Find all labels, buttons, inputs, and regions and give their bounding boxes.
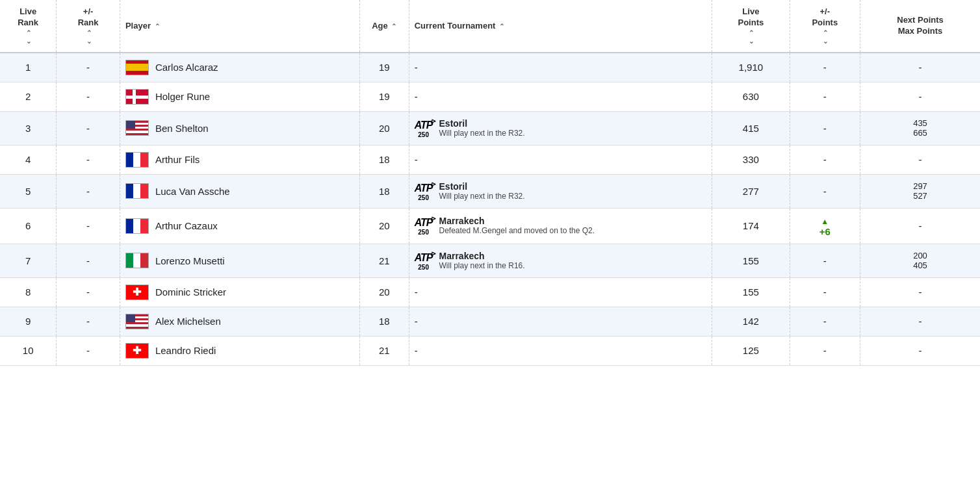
cell-tournament: - xyxy=(409,82,712,111)
cell-live-points: 125 xyxy=(712,336,790,365)
cell-tournament: - xyxy=(409,307,712,336)
cell-plus-points: - xyxy=(790,336,860,365)
player-name: Lorenzo Musetti xyxy=(155,255,225,266)
cell-plus-points: - xyxy=(790,145,860,174)
cell-live-rank: 7 xyxy=(0,244,57,277)
cell-tournament: ATP⊳250MarrakechWill play next in the R1… xyxy=(409,244,712,277)
cell-live-rank: 1 xyxy=(0,53,57,82)
player-name: Arthur Cazaux xyxy=(155,220,218,231)
cell-live-points: 630 xyxy=(712,82,790,111)
player-name: Dominic Stricker xyxy=(155,286,226,298)
player-name: Ben Shelton xyxy=(155,123,209,134)
max-points-value: 405 xyxy=(913,260,927,270)
tournament-name: Estoril xyxy=(439,181,525,192)
cell-next-points: 297527 xyxy=(860,174,980,208)
header-age[interactable]: Age ⌃ xyxy=(359,0,409,53)
cell-live-points: 277 xyxy=(712,174,790,208)
next-points-value: 435 xyxy=(913,118,927,128)
atp-logo: ATP⊳250 xyxy=(415,120,433,138)
cell-live-points: 174 xyxy=(712,208,790,244)
sort-arrow-age: ⌃ xyxy=(391,23,396,30)
cell-live-rank: 3 xyxy=(0,111,57,145)
tournament-desc: Will play next in the R16. xyxy=(439,261,525,270)
player-name: Luca Van Assche xyxy=(155,186,230,197)
cell-player: Holger Rune xyxy=(120,82,359,111)
flag-icon xyxy=(125,183,149,199)
flag-icon xyxy=(125,314,149,329)
cell-live-points: 415 xyxy=(712,111,790,145)
cell-live-points: 155 xyxy=(712,244,790,277)
flag-icon xyxy=(125,218,149,234)
cell-next-points: - xyxy=(860,53,980,82)
header-live-rank[interactable]: Live Rank ⌃⌄ xyxy=(0,0,57,53)
rankings-table: Live Rank ⌃⌄ +/- Rank ⌃⌄ Player ⌃ Age ⌃ xyxy=(0,0,980,366)
header-player[interactable]: Player ⌃ xyxy=(120,0,359,53)
cell-live-rank: 8 xyxy=(0,277,57,307)
cell-tournament: - xyxy=(409,277,712,307)
cell-plus-rank: - xyxy=(57,111,120,145)
cell-next-points: - xyxy=(860,277,980,307)
flag-icon xyxy=(125,60,149,75)
sort-arrow-tournament: ⌃ xyxy=(499,23,504,30)
table-row: 5-Luca Van Assche18ATP⊳250EstorilWill pl… xyxy=(0,174,980,208)
plus-points-value: +6 xyxy=(819,226,831,237)
sort-arrow-live-rank: ⌃⌄ xyxy=(26,29,31,45)
header-tournament[interactable]: Current Tournament ⌃ xyxy=(409,0,712,53)
cell-player: Alex Michelsen xyxy=(120,307,359,336)
cell-player: Lorenzo Musetti xyxy=(120,244,359,277)
cell-age: 20 xyxy=(359,277,409,307)
table-header-row: Live Rank ⌃⌄ +/- Rank ⌃⌄ Player ⌃ Age ⌃ xyxy=(0,0,980,53)
cell-player: Arthur Cazaux xyxy=(120,208,359,244)
sort-arrow-plus-rank: ⌃⌄ xyxy=(86,29,92,45)
cell-tournament: - xyxy=(409,145,712,174)
cell-live-points: 1,910 xyxy=(712,53,790,82)
cell-next-points: 200405 xyxy=(860,244,980,277)
cell-plus-points: - xyxy=(790,307,860,336)
atp-logo: ATP⊳250 xyxy=(415,183,433,201)
cell-next-points: - xyxy=(860,336,980,365)
header-live-points[interactable]: Live Points ⌃⌄ xyxy=(712,0,790,53)
cell-live-rank: 9 xyxy=(0,307,57,336)
flag-icon xyxy=(125,152,149,168)
max-points-value: 665 xyxy=(913,128,927,138)
cell-player: Arthur Fils xyxy=(120,145,359,174)
cell-age: 20 xyxy=(359,208,409,244)
cell-plus-rank: - xyxy=(57,53,120,82)
header-next-points: Next Points Max Points xyxy=(860,0,980,53)
cell-plus-points: ▲+6 xyxy=(790,208,860,244)
sort-arrow-player: ⌃ xyxy=(155,23,160,30)
cell-next-points: - xyxy=(860,307,980,336)
cell-tournament: ATP⊳250EstorilWill play next in the R32. xyxy=(409,111,712,145)
header-plus-points[interactable]: +/- Points ⌃⌄ xyxy=(790,0,860,53)
cell-age: 18 xyxy=(359,145,409,174)
tournament-desc: Will play next in the R32. xyxy=(439,192,525,201)
cell-next-points: - xyxy=(860,208,980,244)
table-row: 9-Alex Michelsen18-142-- xyxy=(0,307,980,336)
cell-tournament: - xyxy=(409,336,712,365)
table-row: 10-Leandro Riedi21-125-- xyxy=(0,336,980,365)
cell-live-points: 330 xyxy=(712,145,790,174)
cell-age: 20 xyxy=(359,111,409,145)
cell-age: 19 xyxy=(359,82,409,111)
cell-live-rank: 2 xyxy=(0,82,57,111)
cell-player: Ben Shelton xyxy=(120,111,359,145)
cell-plus-rank: - xyxy=(57,244,120,277)
cell-player: Carlos Alcaraz xyxy=(120,53,359,82)
cell-plus-rank: - xyxy=(57,307,120,336)
cell-plus-rank: - xyxy=(57,145,120,174)
cell-plus-points: - xyxy=(790,53,860,82)
table-row: 2-Holger Rune19-630-- xyxy=(0,82,980,111)
table-row: 6-Arthur Cazaux20ATP⊳250MarrakechDefeate… xyxy=(0,208,980,244)
next-points-value: 200 xyxy=(913,251,927,260)
table-row: 4-Arthur Fils18-330-- xyxy=(0,145,980,174)
player-name: Leandro Riedi xyxy=(155,345,216,356)
cell-live-rank: 4 xyxy=(0,145,57,174)
player-name: Holger Rune xyxy=(155,91,210,102)
flag-icon xyxy=(125,89,149,105)
cell-next-points: - xyxy=(860,82,980,111)
tournament-name: Estoril xyxy=(439,118,525,129)
tournament-desc: Defeated M.Gengel and moved on to the Q2… xyxy=(439,226,595,235)
header-plus-rank[interactable]: +/- Rank ⌃⌄ xyxy=(57,0,120,53)
flag-icon xyxy=(125,343,149,359)
cell-plus-points: - xyxy=(790,111,860,145)
